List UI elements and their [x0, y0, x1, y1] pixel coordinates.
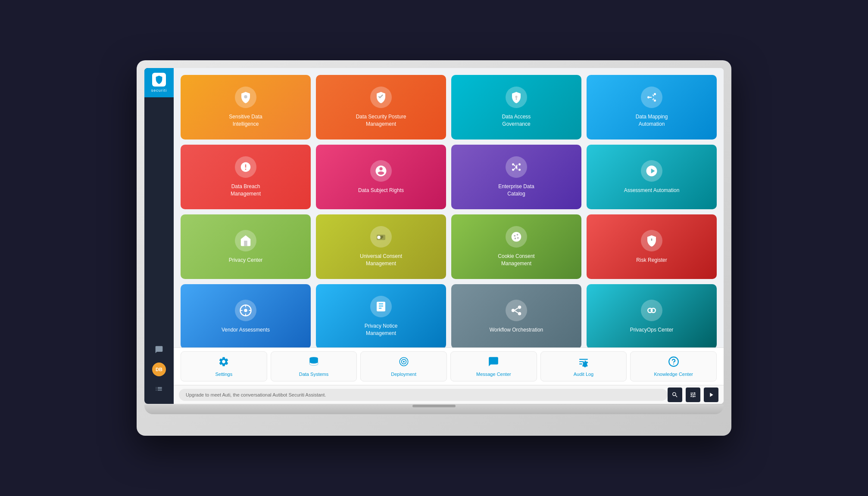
svg-point-8 [512, 169, 514, 171]
privacyops-label: PrivacyOps Center [630, 326, 674, 334]
card-data-security-posture[interactable]: Data Security PostureManagement [316, 75, 446, 140]
card-data-mapping[interactable]: Data MappingAutomation [587, 75, 717, 140]
risk-register-label: Risk Register [636, 257, 667, 264]
svg-point-20 [512, 309, 515, 312]
brand-name: securiti [151, 88, 167, 93]
utility-settings[interactable]: Settings [181, 351, 267, 381]
card-universal-consent[interactable]: Universal ConsentManagement [316, 214, 446, 279]
enterprise-catalog-label: Enterprise DataCatalog [498, 183, 534, 198]
knowledge-center-icon [668, 356, 679, 370]
securiti-logo-icon [152, 73, 166, 87]
data-breach-label: Data BreachManagement [231, 183, 261, 198]
svg-point-12 [512, 232, 521, 242]
utility-grid: Settings Data Systems [181, 351, 717, 381]
card-data-access-governance[interactable]: Data AccessGovernance [451, 75, 581, 140]
card-workflow[interactable]: Workflow Orchestration [451, 284, 581, 347]
card-privacy-center[interactable]: Privacy Center [181, 214, 311, 279]
svg-point-28 [403, 361, 404, 362]
settings-icon [218, 356, 229, 370]
svg-point-3 [654, 93, 656, 95]
main-content: Sensitive DataIntelligence Data Security… [174, 68, 724, 404]
svg-point-14 [517, 234, 518, 236]
data-subject-icon [370, 160, 392, 182]
svg-point-16 [515, 238, 516, 239]
utility-deployment[interactable]: Deployment [360, 351, 447, 381]
data-systems-icon [308, 356, 319, 370]
card-data-breach[interactable]: Data BreachManagement [181, 145, 311, 209]
message-center-label: Message Center [476, 372, 511, 377]
bottom-bar: Upgrade to meet Auti, the conversational… [174, 385, 724, 404]
svg-point-21 [518, 305, 521, 309]
vendor-assessments-icon [235, 300, 256, 321]
svg-rect-19 [377, 302, 385, 312]
card-privacyops[interactable]: PrivacyOps Center [587, 284, 717, 347]
data-breach-icon [235, 156, 256, 178]
deployment-icon [398, 356, 409, 370]
cards-area: Sensitive DataIntelligence Data Security… [174, 68, 724, 347]
data-access-label: Data AccessGovernance [502, 113, 531, 128]
workflow-icon [506, 300, 527, 321]
sidebar-logo[interactable]: securiti [144, 68, 174, 97]
play-icon-btn[interactable] [704, 388, 718, 402]
settings-label: Settings [215, 372, 232, 377]
risk-register-icon [641, 230, 662, 251]
cards-row-4: Vendor Assessments Privacy NoticeManagem… [181, 284, 717, 347]
filter-icon-btn[interactable] [686, 388, 700, 402]
sensitive-data-icon [235, 87, 256, 108]
cookie-consent-label: Cookie ConsentManagement [498, 253, 534, 267]
privacy-notice-icon [370, 296, 392, 317]
privacy-notice-label: Privacy NoticeManagement [365, 322, 398, 337]
sidebar-bottom-icons: DB [151, 342, 167, 404]
enterprise-catalog-icon [506, 156, 527, 178]
svg-point-18 [244, 309, 247, 312]
svg-point-9 [518, 169, 521, 171]
universal-consent-icon [370, 226, 392, 248]
svg-point-7 [518, 163, 521, 165]
data-access-icon [506, 87, 527, 108]
card-cookie-consent[interactable]: Cookie ConsentManagement [451, 214, 581, 279]
audit-log-label: Audit Log [574, 372, 593, 377]
data-systems-label: Data Systems [299, 372, 328, 377]
user-avatar[interactable]: DB [152, 363, 166, 376]
card-vendor-assessments[interactable]: Vendor Assessments [181, 284, 311, 347]
card-enterprise-catalog[interactable]: Enterprise DataCatalog [451, 145, 581, 209]
knowledge-center-label: Knowledge Center [654, 372, 693, 377]
privacy-center-icon [235, 230, 256, 251]
search-icon-btn[interactable] [668, 388, 682, 402]
data-security-icon [370, 87, 392, 108]
privacy-center-label: Privacy Center [229, 257, 263, 264]
privacyops-icon [641, 300, 662, 321]
card-privacy-notice[interactable]: Privacy NoticeManagement [316, 284, 446, 347]
card-risk-register[interactable]: Risk Register [587, 214, 717, 279]
utility-knowledge-center[interactable]: Knowledge Center [630, 351, 717, 381]
data-security-label: Data Security PostureManagement [356, 113, 406, 128]
svg-point-6 [512, 163, 514, 165]
universal-consent-label: Universal ConsentManagement [360, 253, 402, 267]
chat-bubble-text: Upgrade to meet Auti, the conversational… [179, 389, 668, 401]
bottom-action-icons [668, 388, 718, 402]
cookie-consent-icon [506, 226, 527, 248]
chat-icon-btn[interactable] [151, 342, 167, 357]
utility-audit-log[interactable]: Audit Log [540, 351, 627, 381]
svg-point-15 [517, 237, 519, 239]
card-assessment[interactable]: Assessment Automation [587, 145, 717, 209]
deployment-label: Deployment [391, 372, 416, 377]
card-sensitive-data-intelligence[interactable]: Sensitive DataIntelligence [181, 75, 311, 140]
data-subject-label: Data Subject Rights [358, 187, 404, 194]
workflow-label: Workflow Orchestration [490, 326, 543, 334]
utility-message-center[interactable]: Message Center [450, 351, 537, 381]
svg-point-1 [515, 96, 518, 98]
svg-point-5 [515, 166, 518, 168]
cards-row-2: Data BreachManagement Data Subject Right… [181, 145, 717, 209]
assessment-label: Assessment Automation [624, 187, 680, 194]
utility-bar: Settings Data Systems [174, 347, 724, 385]
card-data-subject[interactable]: Data Subject Rights [316, 145, 446, 209]
message-center-icon [488, 356, 499, 370]
cards-row-3: Privacy Center Universal ConsentManageme… [181, 214, 717, 279]
vendor-assessments-label: Vendor Assessments [222, 326, 270, 334]
svg-point-13 [514, 235, 515, 237]
utility-data-systems[interactable]: Data Systems [271, 351, 357, 381]
assessment-icon [641, 160, 662, 182]
svg-point-0 [244, 95, 247, 99]
grid-icon-btn[interactable] [151, 381, 167, 397]
